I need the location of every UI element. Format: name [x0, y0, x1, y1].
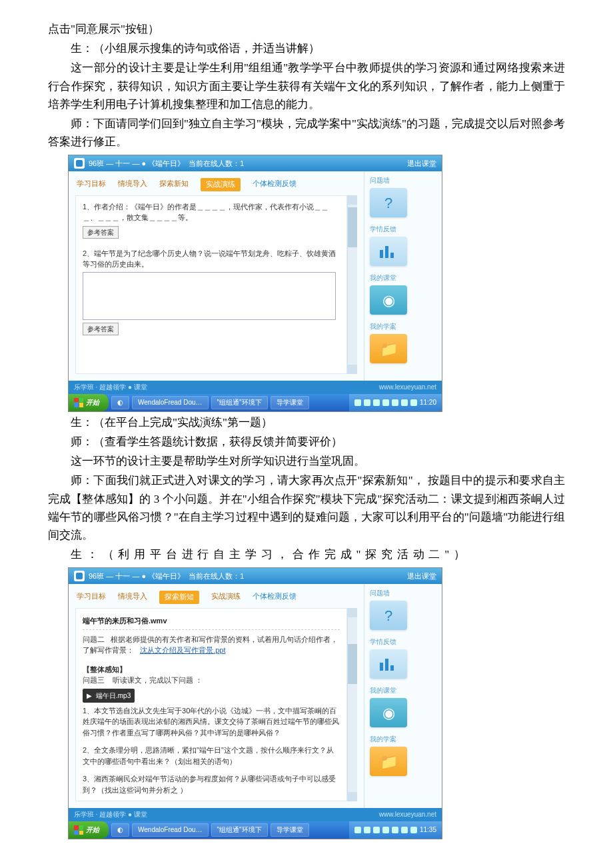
tray-icon: [382, 399, 389, 406]
tab-goals[interactable]: 学习目标: [77, 178, 106, 191]
app-header: 96班 — 十一 — ● 《端午日》 当前在线人数：1 退出课堂: [69, 155, 442, 171]
svg-rect-4: [385, 659, 388, 671]
clock: 11:35: [420, 825, 436, 835]
tab-intro[interactable]: 情境导入: [118, 591, 147, 604]
side-label-qwall: 问题墙: [370, 175, 436, 186]
explore-item-2: 2、全文条理分明，思路清晰，紧扣"端午日"这个文题，按什么顺序来行文？从文中的哪…: [83, 745, 340, 767]
para-9: 生：（利用平台进行自主学习，合作完成"探究活动二"）: [48, 545, 565, 563]
online-count: 当前在线人数：1: [189, 571, 244, 583]
online-count: 当前在线人数：1: [189, 158, 244, 170]
clock: 11:20: [420, 397, 436, 408]
feedback-icon[interactable]: [370, 237, 407, 266]
class-label: 96班 — 十一 — ● 《端午日》: [89, 571, 185, 583]
side-label-myplan: 我的学案: [370, 734, 436, 745]
exit-classroom-button[interactable]: 退出课堂: [407, 159, 436, 167]
side-panel: 问题墙 ? 学情反馈 我的课堂 ◉ 我的学案 📁: [364, 584, 442, 808]
my-class-icon[interactable]: ◉: [370, 698, 407, 727]
answer-button-2[interactable]: 参考答案: [83, 323, 119, 335]
svg-rect-2: [390, 253, 394, 258]
content-scrollbar[interactable]: [347, 195, 357, 374]
system-tray[interactable]: 11:20: [349, 394, 442, 411]
svg-rect-3: [380, 663, 383, 671]
taskbar-item-1[interactable]: ◐: [111, 396, 129, 409]
q2-label: 问题二: [83, 635, 105, 643]
tray-icon: [373, 399, 380, 406]
tray-icon: [401, 827, 408, 833]
start-button[interactable]: 开始: [69, 821, 109, 839]
tab-explore[interactable]: 探索新知: [159, 178, 189, 191]
brand-left: 乐学班 · 超越领学 ● 课堂: [74, 382, 147, 393]
side-label-myclass: 我的课堂: [370, 273, 436, 283]
screenshot-2: 96班 — 十一 — ● 《端午日》 当前在线人数：1 退出课堂 学习目标 情境…: [68, 567, 442, 839]
para-5: 生：（在平台上完成"实战演练"第一题）: [48, 413, 565, 431]
wmv-filename[interactable]: 端午节的来历和习俗.wmv: [83, 614, 340, 630]
tray-icon: [392, 399, 398, 406]
start-button[interactable]: 开始: [69, 394, 109, 411]
tray-icon: [410, 827, 417, 833]
answer-button-1[interactable]: 参考答案: [83, 226, 119, 239]
tab-practice[interactable]: 实战演练: [201, 178, 241, 191]
ppt-link[interactable]: 沈从文介绍及写作背景.ppt: [140, 646, 225, 654]
tray-icon: [364, 827, 370, 833]
question-1: 1、作者介绍：《端午日》的作者是＿＿＿＿，现代作家，代表作有小说＿＿＿、＿＿＿，…: [83, 201, 340, 223]
para-8: 师：下面我们就正式进入对课文的学习，请大家再次点开"探索新知"， 按题目中的提示…: [48, 471, 565, 544]
para-1: 点击"同意展示"按钮）: [48, 20, 565, 38]
system-tray[interactable]: 11:35: [349, 821, 442, 839]
question-wall-icon[interactable]: ?: [370, 601, 407, 630]
exit-classroom-button[interactable]: 退出课堂: [407, 572, 436, 580]
brand-left: 乐学班 · 超越领学 ● 课堂: [74, 809, 147, 820]
taskbar-item-2[interactable]: WendaloFread Dou…: [132, 823, 209, 837]
my-plan-icon[interactable]: 📁: [370, 747, 407, 776]
windows-logo-icon: [74, 398, 83, 407]
side-label-qwall: 问题墙: [370, 588, 436, 599]
side-label-feedback: 学情反馈: [370, 224, 436, 235]
question-wall-icon[interactable]: ?: [370, 188, 407, 217]
answer-textarea[interactable]: [83, 272, 336, 320]
tray-icon: [373, 827, 380, 833]
explore-item-1: 1、本文节选自沈从文先生写于30年代的小说《边城》一书，文中描写茶峒的百姓庆端午…: [83, 705, 340, 739]
tab-feedback[interactable]: 个体检测反馈: [253, 178, 297, 191]
para-2: 生：（小组展示搜集的诗句或俗语，并适当讲解）: [48, 39, 565, 57]
my-class-icon[interactable]: ◉: [370, 285, 407, 315]
taskbar-item-3[interactable]: "组组通"环境下: [211, 396, 268, 409]
tray-icon: [410, 399, 417, 406]
my-plan-icon[interactable]: 📁: [370, 334, 407, 363]
side-panel: 问题墙 ? 学情反馈 我的课堂 ◉ 我的学案 📁: [364, 171, 442, 381]
content-scrollbar[interactable]: [347, 608, 357, 801]
audio-player[interactable]: ▶ 端午日.mp3: [83, 689, 135, 703]
taskbar-item-4[interactable]: 导学课堂: [271, 823, 309, 837]
tab-feedback[interactable]: 个体检测反馈: [253, 591, 297, 604]
screenshot-1: 96班 — 十一 — ● 《端午日》 当前在线人数：1 退出课堂 学习目标 情境…: [68, 155, 442, 412]
svg-rect-5: [390, 665, 394, 671]
para-4: 师：下面请同学们回到"独立自主学习"模块，完成学案中"实战演练"的习题，完成提交…: [48, 115, 565, 151]
tab-explore[interactable]: 探索新知: [159, 591, 199, 604]
app-header: 96班 — 十一 — ● 《端午日》 当前在线人数：1 退出课堂: [69, 568, 442, 584]
tab-goals[interactable]: 学习目标: [77, 591, 106, 604]
tab-intro[interactable]: 情境导入: [118, 178, 147, 191]
q3-text: 听读课文，完成以下问题 ：: [113, 676, 203, 684]
app-logo-icon: [74, 158, 85, 169]
brand-footer: 乐学班 · 超越领学 ● 课堂 www.lexueyuan.net: [69, 808, 442, 821]
explore-content: 端午节的来历和习俗.wmv 问题二 根据老师提供的有关作者和写作背景的资料，试着…: [75, 608, 347, 801]
section-heading: 【整体感知】: [83, 664, 340, 675]
tray-icon: [354, 827, 361, 833]
tray-icon: [401, 399, 408, 406]
practice-content: 1、作者介绍：《端午日》的作者是＿＿＿＿，现代作家，代表作有小说＿＿＿、＿＿＿，…: [75, 195, 347, 374]
tab-bar: 学习目标 情境导入 探索新知 实战演练 个体检测反馈: [75, 175, 357, 195]
tab-practice[interactable]: 实战演练: [211, 591, 241, 604]
feedback-icon[interactable]: [370, 649, 407, 679]
para-6: 师：（查看学生答题统计数据，获得反馈并简要评价）: [48, 433, 565, 451]
side-label-myclass: 我的课堂: [370, 685, 436, 696]
svg-rect-1: [385, 246, 388, 258]
tray-icon: [382, 827, 389, 833]
taskbar-item-1[interactable]: ◐: [111, 823, 129, 837]
brand-url: www.lexueyuan.net: [379, 809, 436, 820]
audio-filename: 端午日.mp3: [96, 691, 131, 701]
taskbar-item-2[interactable]: WendaloFread Dou…: [132, 396, 209, 409]
side-label-feedback: 学情反馈: [370, 637, 436, 647]
taskbar-item-4[interactable]: 导学课堂: [271, 396, 309, 409]
taskbar-item-3[interactable]: "组组通"环境下: [211, 823, 268, 837]
tray-icon: [392, 827, 398, 833]
tray-icon: [364, 399, 370, 406]
brand-footer: 乐学班 · 超越领学 ● 课堂 www.lexueyuan.net: [69, 381, 442, 394]
